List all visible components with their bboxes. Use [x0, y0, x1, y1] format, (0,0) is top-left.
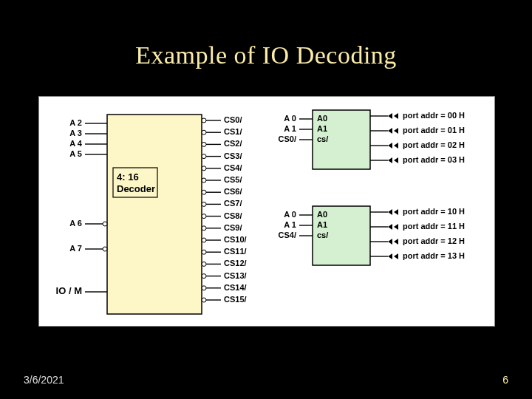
decoder-output-label: CS8/: [224, 211, 242, 220]
svg-point-21: [202, 190, 206, 194]
port-addr-label: port addr = 02 H: [403, 140, 465, 149]
svg-point-33: [202, 262, 206, 266]
port-addr-label: port addr = 01 H: [403, 126, 465, 134]
label: A 2: [69, 118, 82, 127]
decoder-output-label: CS14/: [224, 283, 247, 292]
decoder-inputs-enable: A 6 A 7: [69, 219, 107, 253]
svg-point-25: [202, 214, 206, 219]
decoder-output-label: CS4/: [224, 163, 242, 172]
footer: 3/6/2021 6: [0, 374, 532, 386]
label: A 5: [69, 149, 82, 158]
decoder-output-label: CS7/: [224, 199, 242, 208]
decoder-output-label: CS3/: [224, 151, 242, 160]
svg-point-23: [202, 202, 206, 206]
chip-upper-pins: A0A1cs/: [317, 114, 328, 143]
svg-point-29: [202, 238, 206, 242]
decoder-outer: [107, 115, 202, 314]
decoder-input-iom: IO / M: [56, 285, 107, 296]
decoder-output-label: CS13/: [224, 271, 247, 280]
schematic-svg: 4: 16 Decoder A 2 A 3 A 4 A 5 A 6 A 7 IO…: [39, 97, 494, 326]
label: A 4: [69, 139, 83, 148]
chip-upper-ports: port addr = 00 Hport addr = 01 Hport add…: [370, 111, 465, 164]
decoder-inputs-top: A 2 A 3 A 4 A 5: [69, 118, 107, 158]
chip-upper-leftlabels: A 0A 1CS0/: [279, 114, 313, 143]
chip-lower-leftlabels: A 0A 1CS4/: [279, 210, 313, 239]
decoder-label-line2: Decoder: [117, 183, 155, 194]
svg-point-7: [103, 247, 107, 251]
svg-point-39: [202, 298, 206, 302]
svg-point-19: [202, 178, 206, 183]
chip-pin-label: cs/: [317, 231, 328, 239]
port-addr-label: port addr = 10 H: [403, 207, 465, 216]
decoder-label-line1: 4: 16: [117, 171, 139, 183]
port-addr-label: port addr = 00 H: [403, 111, 465, 120]
decoder-output-label: CS9/: [224, 223, 242, 232]
chip-pin-label: A1: [317, 124, 327, 133]
decoder-output-label: CS1/: [224, 127, 242, 136]
label: IO / M: [56, 285, 82, 296]
chip-pin-label: A0: [317, 114, 327, 123]
decoder-output-label: CS6/: [224, 187, 242, 196]
svg-point-9: [202, 118, 206, 123]
chip-pin-label: cs/: [317, 134, 328, 143]
chip-input-label: CS4/: [279, 231, 296, 239]
svg-point-37: [202, 286, 206, 290]
footer-date: 3/6/2021: [24, 374, 64, 386]
decoder-output-label: CS5/: [224, 175, 242, 184]
chip-pin-label: A0: [317, 210, 327, 219]
port-addr-label: port addr = 13 H: [403, 251, 465, 260]
slide-title: Example of IO Decoding: [0, 0, 532, 69]
chip-input-label: A 0: [284, 114, 296, 123]
svg-point-11: [202, 130, 206, 134]
label: A 3: [69, 129, 82, 137]
svg-point-31: [202, 250, 206, 254]
svg-point-5: [103, 222, 107, 226]
decoder-output-label: CS0/: [224, 115, 242, 124]
chip-input-label: A 0: [284, 210, 296, 219]
svg-point-17: [202, 166, 206, 171]
svg-point-15: [202, 154, 206, 159]
decoder-output-label: CS2/: [224, 139, 242, 148]
label: A 6: [69, 219, 82, 228]
decoder-output-label: CS10/: [224, 235, 247, 244]
chip-input-label: CS0/: [279, 134, 296, 143]
decoder-output-label: CS12/: [224, 259, 247, 267]
schematic-figure: 4: 16 Decoder A 2 A 3 A 4 A 5 A 6 A 7 IO…: [38, 96, 495, 327]
chip-lower-ports: port addr = 10 Hport addr = 11 Hport add…: [370, 207, 465, 260]
chip-input-label: A 1: [284, 124, 296, 133]
decoder-output-label: CS15/: [224, 295, 247, 304]
svg-point-35: [202, 274, 206, 279]
page-number: 6: [502, 374, 508, 386]
chip-input-label: A 1: [284, 220, 296, 229]
chip-pin-label: A1: [317, 220, 327, 229]
svg-point-27: [202, 226, 206, 231]
port-addr-label: port addr = 12 H: [403, 236, 465, 245]
label: A 7: [69, 244, 82, 253]
svg-point-13: [202, 142, 206, 146]
chip-lower-pins: A0A1cs/: [317, 210, 328, 239]
decoder-output-label: CS11/: [224, 247, 247, 256]
port-addr-label: port addr = 11 H: [403, 222, 465, 231]
port-addr-label: port addr = 03 H: [403, 155, 465, 164]
decoder-outputs: CS0/CS1/CS2/CS3/CS4/CS5/CS6/CS7/CS8/CS9/…: [202, 115, 247, 304]
